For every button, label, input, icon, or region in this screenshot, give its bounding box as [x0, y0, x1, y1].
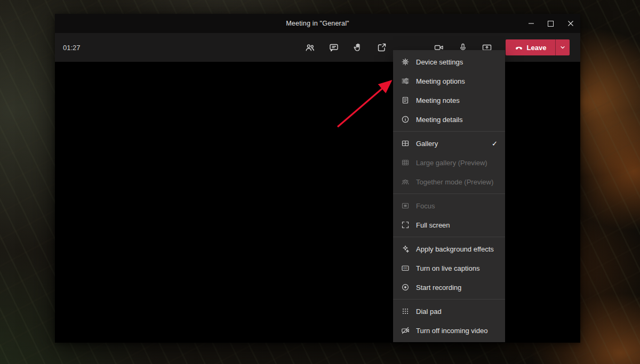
raise-hand-button[interactable]: [349, 39, 366, 56]
sliders-icon: [401, 77, 410, 86]
focus-icon: [401, 201, 410, 211]
more-actions-menu: Device settings Meeting options Meet: [393, 50, 505, 342]
menu-item-label: Device settings: [416, 58, 498, 66]
close-button[interactable]: [561, 14, 580, 33]
pop-out-icon: [377, 42, 387, 53]
hang-up-icon: [515, 43, 523, 52]
toolbar-center-group: [301, 39, 390, 56]
menu-item-label: Focus: [416, 202, 498, 210]
menu-item-label: Dial pad: [416, 308, 498, 316]
menu-item-label: Meeting options: [416, 77, 498, 85]
menu-item-label: Large gallery (Preview): [416, 159, 498, 167]
raise-hand-icon: [353, 42, 363, 53]
video-off-icon: [401, 326, 410, 335]
info-icon: [401, 115, 410, 124]
menu-item-turn-off-incoming-video[interactable]: Turn off incoming video: [393, 321, 505, 340]
gear-icon: [401, 58, 410, 67]
menu-item-meeting-options[interactable]: Meeting options: [393, 71, 505, 91]
menu-divider: [393, 131, 505, 132]
leave-button-label: Leave: [527, 44, 547, 52]
svg-text:CC: CC: [403, 266, 407, 270]
close-icon: [568, 21, 573, 26]
menu-item-label: Turn on live captions: [416, 264, 498, 272]
fullscreen-icon: [401, 221, 410, 230]
menu-item-turn-on-live-captions[interactable]: CC Turn on live captions: [393, 258, 505, 278]
together-mode-icon: [401, 177, 410, 187]
leave-button[interactable]: Leave: [506, 39, 570, 55]
background-effects-icon: [401, 245, 410, 254]
window-title: Meeting in "General": [55, 14, 580, 33]
chat-icon: [329, 42, 339, 53]
minimize-button[interactable]: [521, 14, 541, 33]
menu-item-label: Gallery: [416, 140, 485, 148]
menu-item-label: Turn off incoming video: [416, 327, 498, 335]
window-controls: [521, 14, 580, 33]
menu-item-label: Start recording: [416, 284, 498, 292]
menu-item-device-settings[interactable]: Device settings: [393, 52, 505, 71]
menu-item-large-gallery: Large gallery (Preview): [393, 153, 505, 172]
pop-out-button[interactable]: [373, 39, 390, 56]
meeting-timer: 01:27: [63, 33, 81, 62]
maximize-icon: [548, 21, 554, 27]
menu-divider: [393, 237, 505, 237]
menu-item-start-recording[interactable]: Start recording: [393, 278, 505, 297]
dialpad-icon: [401, 307, 410, 316]
leave-options-caret[interactable]: [555, 39, 570, 55]
menu-item-label: Full screen: [416, 221, 498, 229]
large-gallery-icon: [401, 158, 410, 167]
menu-item-gallery[interactable]: Gallery ✓: [393, 134, 505, 153]
menu-item-together-mode: Together mode (Preview): [393, 172, 505, 191]
menu-item-dial-pad[interactable]: Dial pad: [393, 302, 505, 321]
menu-item-apply-background-effects[interactable]: Apply background effects: [393, 239, 505, 258]
chevron-down-icon: [559, 44, 566, 51]
menu-item-label: Meeting details: [416, 116, 498, 124]
participants-button[interactable]: [301, 39, 318, 56]
leave-button-main[interactable]: Leave: [506, 39, 555, 55]
menu-item-full-screen[interactable]: Full screen: [393, 215, 505, 234]
gallery-grid-icon: [401, 139, 410, 148]
maximize-button[interactable]: [541, 14, 561, 33]
window-titlebar: Meeting in "General": [55, 14, 580, 33]
menu-divider: [393, 299, 505, 300]
menu-item-focus: Focus: [393, 196, 505, 215]
menu-divider: [393, 193, 505, 194]
menu-item-meeting-details[interactable]: Meeting details: [393, 110, 505, 129]
record-icon: [401, 283, 410, 292]
menu-item-label: Apply background effects: [416, 245, 498, 253]
participants-icon: [305, 42, 315, 53]
notes-icon: [401, 96, 410, 105]
menu-item-meeting-notes[interactable]: Meeting notes: [393, 91, 505, 110]
menu-item-label: Meeting notes: [416, 96, 498, 104]
menu-item-label: Together mode (Preview): [416, 178, 498, 186]
captions-icon: CC: [401, 264, 410, 273]
checkmark-icon: ✓: [492, 140, 498, 148]
chat-button[interactable]: [325, 39, 342, 56]
